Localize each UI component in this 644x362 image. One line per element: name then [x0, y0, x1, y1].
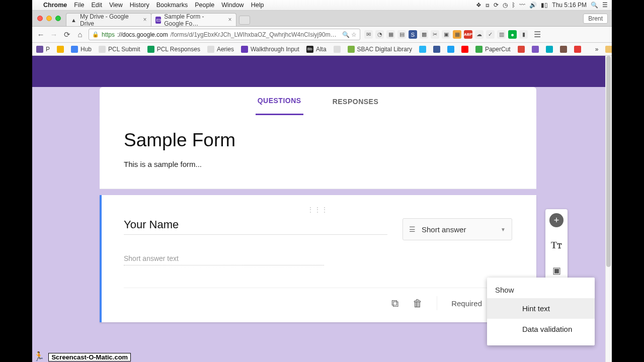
question-type-select[interactable]: ☰ Short answer ▼ — [403, 218, 512, 240]
home-button[interactable]: ⌂ — [75, 30, 85, 39]
dropbox-icon[interactable]: ⧈ — [486, 2, 490, 9]
bookmark[interactable] — [447, 46, 454, 53]
form-description[interactable]: This is a sample form... — [124, 160, 512, 168]
bookmark-pcl-submit[interactable]: PCL Submit — [99, 46, 140, 53]
bookmark[interactable] — [560, 46, 567, 53]
bookmark[interactable] — [419, 46, 426, 53]
delete-button[interactable]: 🗑 — [413, 298, 423, 309]
tab-questions[interactable]: QUESTIONS — [256, 87, 303, 115]
ext-icon[interactable]: ☁ — [475, 30, 484, 39]
tab-close-icon[interactable]: × — [227, 17, 233, 23]
window-minimize-button[interactable] — [46, 16, 52, 21]
menubar-item-file[interactable]: File — [74, 2, 84, 9]
bookmark-alta[interactable]: BbAlta — [306, 46, 327, 53]
tab-forms[interactable]: ▭ Sample Form - Google Fo… × — [151, 13, 236, 26]
ext-icon[interactable]: ▥ — [497, 30, 506, 39]
back-button[interactable]: ← — [36, 30, 45, 39]
bluetooth-icon[interactable]: ᛒ — [512, 2, 515, 9]
add-image-button[interactable]: ▣ — [549, 263, 564, 278]
duplicate-button[interactable]: ⧉ — [391, 298, 398, 309]
menubar-item-people[interactable]: People — [195, 2, 214, 9]
bookmark[interactable] — [574, 46, 581, 53]
question-more-menu: Show Hint text Data validation — [487, 278, 595, 345]
ext-icon[interactable]: ▮ — [519, 30, 528, 39]
tab-favicon-forms-icon: ▭ — [155, 17, 161, 24]
reload-button[interactable]: ⟳ — [62, 30, 71, 39]
abp-icon[interactable]: ABP — [464, 30, 472, 39]
bookmark-walkthrough[interactable]: Walkthrough Input — [241, 46, 299, 53]
add-question-button[interactable]: + — [549, 213, 564, 227]
bookmark-sbac[interactable]: SBAC Digital Library — [348, 46, 412, 53]
form-title-card[interactable]: Sample Form This is a sample form... — [100, 116, 536, 189]
answer-placeholder: Short answer text — [124, 254, 324, 265]
ext-icon[interactable]: ✉ — [364, 30, 373, 39]
bookmark[interactable] — [57, 46, 64, 53]
battery-icon[interactable]: ▮▯ — [541, 2, 548, 9]
menubar-item-bookmarks[interactable]: Bookmarks — [156, 2, 188, 9]
ext-icon[interactable]: ✓ — [486, 30, 495, 39]
tab-close-icon[interactable]: × — [142, 17, 148, 23]
bookmarks-overflow[interactable]: » — [595, 46, 599, 53]
profile-chip[interactable]: Brent — [583, 14, 608, 24]
evernote-icon[interactable]: ❖ — [476, 2, 481, 9]
volume-icon[interactable]: 🔊 — [529, 2, 537, 9]
vertical-scrollbar[interactable] — [605, 56, 612, 362]
question-type-label: Short answer — [422, 225, 466, 234]
forward-button[interactable]: → — [49, 30, 58, 39]
menubar-item-edit[interactable]: Edit — [91, 2, 102, 9]
window-zoom-button[interactable] — [55, 16, 61, 21]
bookmark[interactable] — [518, 46, 525, 53]
question-card[interactable]: ⋮⋮⋮ Your Name ☰ Short answer ▼ Short ans… — [100, 195, 536, 322]
new-tab-button[interactable] — [239, 16, 250, 25]
ext-icon[interactable]: ▦ — [453, 30, 461, 39]
ext-icon[interactable]: ▦ — [386, 30, 395, 39]
bookmark-pcl-responses[interactable]: PCL Responses — [147, 46, 200, 53]
time-machine-icon[interactable]: ◷ — [503, 2, 508, 9]
star-icon[interactable]: ☆ — [351, 31, 357, 38]
ext-icon[interactable]: ● — [508, 30, 517, 39]
bookmarks-bar: P Hub PCL Submit PCL Responses Aeries Wa… — [32, 43, 612, 56]
notification-center-icon[interactable]: ☰ — [602, 2, 608, 9]
tab-responses[interactable]: RESPONSES — [331, 88, 381, 115]
tab-drive[interactable]: ▲ My Drive - Google Drive × — [66, 13, 151, 26]
bookmark-hub[interactable]: Hub — [71, 46, 92, 53]
menubar-app[interactable]: Chrome — [43, 2, 67, 9]
clock[interactable]: Thu 5:16 PM — [552, 2, 587, 9]
menubar-item-window[interactable]: Window — [221, 2, 244, 9]
window-close-button[interactable] — [37, 16, 43, 21]
search-in-page-icon[interactable]: 🔍 — [342, 31, 350, 38]
bookmark[interactable] — [546, 46, 553, 53]
form-title[interactable]: Sample Form — [124, 130, 512, 151]
menubar-item-help[interactable]: Help — [251, 2, 264, 9]
ext-icon[interactable]: S — [409, 30, 417, 39]
drag-handle-icon[interactable]: ⋮⋮⋮ — [124, 206, 512, 213]
bookmark-aeries[interactable]: Aeries — [207, 46, 234, 53]
ext-icon[interactable]: ◔ — [375, 30, 384, 39]
mac-menubar: Chrome File Edit View History Bookmarks … — [32, 0, 612, 11]
ext-icon[interactable]: ▩ — [420, 30, 428, 39]
bookmark[interactable] — [532, 46, 539, 53]
bookmark[interactable] — [461, 46, 468, 53]
other-bookmarks[interactable]: Other Bookmarks — [605, 46, 612, 53]
ext-icon[interactable]: ▤ — [397, 30, 406, 39]
bookmark-papercut[interactable]: PaperCut — [475, 46, 511, 53]
wifi-icon[interactable]: 〰 — [519, 2, 525, 9]
menu-item-hint-text[interactable]: Hint text — [487, 298, 595, 319]
bookmark[interactable]: P — [36, 46, 50, 53]
menu-item-data-validation[interactable]: Data validation — [487, 319, 595, 339]
question-title-input[interactable]: Your Name — [124, 218, 387, 235]
spotlight-icon[interactable]: 🔍 — [591, 2, 598, 9]
menubar-item-view[interactable]: View — [109, 2, 123, 9]
ext-icon[interactable]: ✂ — [431, 30, 439, 39]
menu-section-label: Show — [487, 282, 595, 298]
ext-icon[interactable]: ▣ — [442, 30, 450, 39]
sync-icon[interactable]: ⟳ — [494, 2, 499, 9]
menubar-item-history[interactable]: History — [130, 2, 149, 9]
question-footer: ⧉ 🗑 Required — [124, 288, 512, 310]
chrome-menu-button[interactable]: ☰ — [534, 30, 541, 39]
add-title-button[interactable]: Tᴛ — [549, 238, 564, 252]
bookmark[interactable] — [334, 46, 341, 53]
bookmark[interactable] — [433, 46, 440, 53]
address-bar[interactable]: 🔒 https ://docs.google.com /forms/d/1ygE… — [89, 29, 360, 40]
scrollbar-handle[interactable] — [606, 56, 611, 267]
